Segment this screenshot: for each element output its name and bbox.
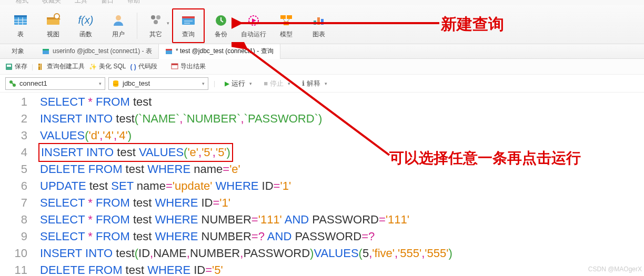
code-line[interactable]: SELECT * FROM test WHERE ID='1' xyxy=(40,195,644,211)
arrow-2 xyxy=(232,42,395,163)
svg-rect-1 xyxy=(14,15,27,17)
svg-rect-32 xyxy=(166,49,172,50)
ribbon-query-button[interactable]: 查询 xyxy=(172,8,205,43)
menubar: 格式收藏夹工具窗口帮助 xyxy=(0,0,644,5)
svg-line-42 xyxy=(11,82,14,85)
ribbon-label: 视图 xyxy=(47,30,59,39)
beautify-label: 美化 SQL xyxy=(99,62,126,71)
database-value: jdbc_test xyxy=(123,79,150,87)
ribbon-label: 自动运行 xyxy=(241,30,266,39)
qbuilder-button[interactable]: 查询创建工具 xyxy=(37,62,85,71)
code-line[interactable]: DELETE FROM test WHERE ID='5' xyxy=(40,262,644,276)
tab-item[interactable]: userinfo @jdbc_test (connect1) - 表 xyxy=(36,44,159,59)
svg-rect-36 xyxy=(38,64,40,66)
svg-rect-34 xyxy=(7,65,11,67)
ribbon-label: 函数 xyxy=(79,30,92,39)
arrow-1 xyxy=(232,15,442,30)
svg-rect-37 xyxy=(41,64,42,70)
save-label: 保存 xyxy=(15,62,27,71)
svg-point-12 xyxy=(151,15,155,19)
ribbon-user-button[interactable]: 用户 xyxy=(102,8,135,43)
svg-rect-39 xyxy=(172,64,178,65)
table-icon xyxy=(13,12,28,28)
svg-line-45 xyxy=(245,47,389,155)
ribbon-label: 图表 xyxy=(313,30,325,39)
view-icon xyxy=(45,12,61,28)
watermark: CSDN @MAOgerX xyxy=(588,265,642,273)
code-line[interactable]: DELETE FROM test WHERE name='e' xyxy=(40,161,644,178)
code-line[interactable]: SELECT * FROM test WHERE NUMBER=? AND PA… xyxy=(40,228,644,245)
tbl-icon xyxy=(42,48,49,55)
tab-label: userinfo @jdbc_test (connect1) - 表 xyxy=(53,47,152,56)
connection-value: connect1 xyxy=(19,79,47,87)
backup-icon xyxy=(213,12,229,28)
snippet-label: 代码段 xyxy=(138,62,157,71)
svg-rect-30 xyxy=(43,49,49,50)
menu-工具[interactable]: 工具 xyxy=(75,0,87,5)
qbuilder-label: 查询创建工具 xyxy=(47,62,85,71)
fx-icon: f(x) xyxy=(78,12,94,28)
svg-point-13 xyxy=(156,15,160,19)
ribbon-label: 查询 xyxy=(182,30,195,39)
svg-point-14 xyxy=(154,20,158,24)
code-line[interactable]: UPDATE test SET name='update' WHERE ID='… xyxy=(40,178,644,195)
qry-icon xyxy=(165,48,173,55)
tab-objects[interactable]: 对象 xyxy=(0,47,36,56)
ribbon-label: 模型 xyxy=(280,30,293,39)
beautify-button[interactable]: ✨ 美化 SQL xyxy=(89,62,126,71)
export-label: 导出结果 xyxy=(180,62,206,71)
ribbon-func-button[interactable]: f(x)函数 xyxy=(69,8,102,43)
svg-rect-16 xyxy=(182,16,195,18)
code-line[interactable]: SELECT * FROM test WHERE NUMBER='111' AN… xyxy=(40,211,644,228)
menu-帮助[interactable]: 帮助 xyxy=(127,0,140,5)
other-icon xyxy=(148,12,164,28)
ribbon-other-button[interactable]: 其它 xyxy=(139,8,172,43)
ribbon-label: 表 xyxy=(17,30,24,39)
connection-select[interactable]: connect1 xyxy=(5,77,105,90)
snippet-button[interactable]: ( ) 代码段 xyxy=(130,62,157,71)
menu-格式[interactable]: 格式 xyxy=(16,0,28,5)
play-icon: ▶ xyxy=(225,80,229,87)
svg-rect-35 xyxy=(38,66,40,70)
ribbon-label: 其它 xyxy=(149,30,162,39)
svg-text:f(x): f(x) xyxy=(78,14,94,26)
ribbon-view-button[interactable]: 视图 xyxy=(37,8,69,43)
ribbon-table-button[interactable]: 表 xyxy=(4,8,37,43)
gutter: 1234567891011 xyxy=(0,93,37,276)
export-button[interactable]: 导出结果 xyxy=(171,62,206,71)
menu-窗口[interactable]: 窗口 xyxy=(101,0,114,5)
query-icon xyxy=(180,12,196,28)
database-select[interactable]: jdbc_test xyxy=(108,77,208,90)
ribbon-label: 用户 xyxy=(112,30,125,39)
code-line[interactable]: INSERT INTO test(ID,NAME,NUMBER,PASSWORD… xyxy=(40,245,644,262)
user-icon xyxy=(110,12,126,28)
menu-收藏夹[interactable]: 收藏夹 xyxy=(42,0,61,5)
ribbon-label: 备份 xyxy=(215,30,227,39)
svg-point-11 xyxy=(116,15,121,21)
save-button[interactable]: 保存 xyxy=(5,62,27,71)
